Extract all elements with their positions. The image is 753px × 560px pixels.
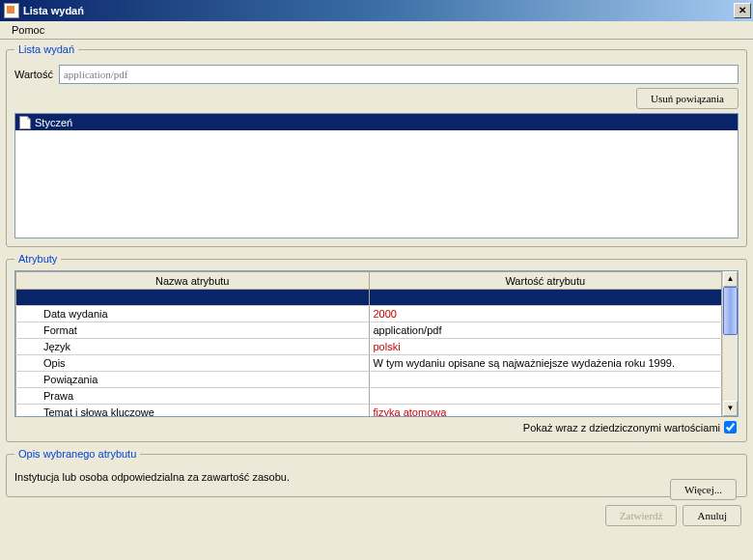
scroll-down-icon[interactable]: ▼ — [723, 401, 738, 416]
attr-name-cell[interactable]: Powiązania — [16, 372, 370, 388]
titlebar: Lista wydań ✕ — [0, 0, 753, 21]
attr-value-cell[interactable]: application/pdf — [369, 322, 722, 339]
attributes-fieldset: Atrybuty Nazwa atrybutu Wartość atrybutu… — [6, 253, 747, 442]
table-row[interactable]: Temat i słowa kluczowefizyka atomowa — [16, 405, 722, 417]
app-icon — [4, 3, 19, 18]
releases-listbox[interactable]: Styczeń — [14, 113, 739, 238]
menu-help[interactable]: Pomoc — [6, 22, 50, 38]
confirm-button: Zatwierdź — [605, 505, 678, 526]
attr-name-cell[interactable]: Prawa — [16, 388, 370, 405]
inherit-label: Pokaż wraz z dziedziczonymi wartościami — [523, 422, 720, 434]
table-row[interactable]: Formatapplication/pdf — [16, 322, 722, 339]
table-row[interactable]: OpisW tym wydaniu opisane są najważniejs… — [16, 355, 722, 372]
scroll-thumb[interactable] — [723, 287, 738, 335]
scroll-track[interactable] — [723, 335, 738, 401]
table-row[interactable]: Językpolski — [16, 339, 722, 355]
column-header-name[interactable]: Nazwa atrybutu — [16, 272, 370, 290]
more-button[interactable]: Więcej... — [670, 479, 737, 500]
cancel-button[interactable]: Anuluj — [683, 505, 741, 526]
attr-name-cell[interactable]: Język — [16, 339, 370, 355]
list-item-label: Styczeń — [35, 117, 72, 128]
description-fieldset: Opis wybranego atrybutu Instytucja lub o… — [6, 448, 747, 497]
scrollbar[interactable]: ▲ ▼ — [722, 271, 738, 416]
page-icon — [19, 116, 31, 129]
window-title: Lista wydań — [23, 5, 734, 16]
value-input[interactable] — [59, 65, 739, 84]
description-text: Instytucja lub osoba odpowiedzialna za z… — [14, 465, 739, 489]
releases-legend: Lista wydań — [14, 43, 78, 55]
table-row[interactable]: Data wydania2000 — [16, 306, 722, 322]
attributes-table: Nazwa atrybutu Wartość atrybutu Data wyd… — [15, 271, 722, 416]
table-row[interactable]: Powiązania — [16, 372, 722, 388]
value-label: Wartość — [14, 69, 53, 80]
attr-name-cell[interactable]: Data wydania — [16, 306, 370, 322]
attr-value-cell[interactable]: polski — [369, 339, 722, 355]
list-item[interactable]: Styczeń — [15, 114, 738, 130]
inherit-checkbox[interactable] — [724, 421, 737, 434]
attr-name-cell[interactable]: Temat i słowa kluczowe — [16, 405, 370, 417]
attr-value-cell[interactable] — [369, 372, 722, 388]
attr-value-cell[interactable]: fizyka atomowa — [369, 405, 722, 417]
releases-fieldset: Lista wydań Wartość Usuń powiązania Styc… — [6, 43, 747, 247]
table-row[interactable]: Prawa — [16, 388, 722, 405]
close-icon[interactable]: ✕ — [734, 3, 751, 18]
attr-value-cell[interactable] — [369, 388, 722, 405]
attr-value-cell[interactable]: 2000 — [369, 306, 722, 322]
attr-name-cell[interactable]: Format — [16, 322, 370, 339]
description-legend: Opis wybranego atrybutu — [14, 448, 140, 460]
attr-name-cell[interactable]: Opis — [16, 355, 370, 372]
attributes-legend: Atrybuty — [14, 253, 61, 265]
column-header-value[interactable]: Wartość atrybutu — [369, 272, 722, 290]
attr-value-cell[interactable]: W tym wydaniu opisane są najważniejsze w… — [369, 355, 722, 372]
remove-bindings-button[interactable]: Usuń powiązania — [636, 88, 739, 109]
scroll-up-icon[interactable]: ▲ — [723, 271, 738, 287]
menubar: Pomoc — [0, 21, 753, 40]
